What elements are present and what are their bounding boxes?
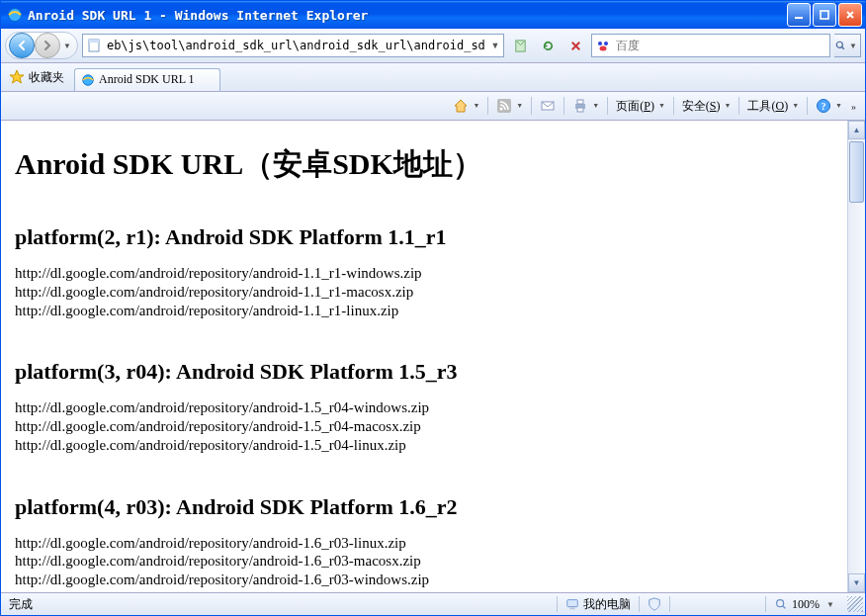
ie-window: Anroid SDK URL 1 - Windows Internet Expl…	[0, 0, 866, 616]
stop-button[interactable]	[563, 34, 587, 57]
zoom-icon	[774, 597, 788, 611]
maximize-button[interactable]	[813, 3, 836, 27]
svg-point-7	[604, 42, 608, 45]
download-url: http://dl.google.com/android/repository/…	[15, 283, 833, 302]
download-url: http://dl.google.com/android/repository/…	[15, 398, 833, 417]
separator	[807, 97, 808, 115]
scroll-up-button[interactable]: ▲	[848, 121, 865, 139]
content-viewport: Anroid SDK URL（安卓SDK地址） platform(2, r1):…	[1, 121, 865, 592]
help-button[interactable]: ?▼	[813, 93, 845, 119]
address-input[interactable]	[105, 38, 487, 53]
svg-rect-16	[577, 108, 583, 112]
nav-history-dropdown[interactable]: ▼	[60, 42, 74, 50]
svg-point-21	[777, 600, 784, 607]
svg-point-10	[83, 74, 94, 85]
separator	[531, 97, 532, 115]
tab-title: Anroid SDK URL 1	[99, 72, 195, 87]
scroll-thumb[interactable]	[849, 141, 864, 203]
resize-grip[interactable]	[847, 596, 863, 612]
star-icon	[9, 69, 25, 85]
separator	[738, 97, 739, 115]
svg-text:?: ?	[822, 101, 826, 112]
download-url: http://dl.google.com/android/repository/…	[15, 534, 833, 553]
svg-rect-15	[577, 100, 583, 104]
favorites-button[interactable]: 收藏夹	[5, 67, 68, 88]
window-title: Anroid SDK URL 1 - Windows Internet Expl…	[28, 8, 785, 23]
tab-current[interactable]: Anroid SDK URL 1	[74, 68, 220, 91]
menu-label: 页面(P)	[616, 98, 654, 115]
address-dropdown[interactable]: ▼	[487, 41, 503, 50]
navigation-bar: ▼ ▼ ▼	[1, 29, 865, 63]
readmail-button[interactable]	[537, 93, 559, 119]
svg-rect-4	[89, 40, 99, 43]
status-zone[interactable]: 我的电脑	[558, 593, 639, 615]
download-url: http://dl.google.com/android/repository/…	[15, 552, 833, 571]
separator	[563, 97, 564, 115]
minimize-button[interactable]	[787, 3, 811, 27]
vertical-scrollbar[interactable]: ▲ ▼	[847, 121, 865, 592]
address-bar[interactable]: ▼	[82, 34, 504, 57]
print-button[interactable]: ▼	[569, 93, 602, 119]
back-button[interactable]	[9, 33, 35, 58]
menu-label: 工具(O)	[747, 98, 788, 115]
status-bar: 完成 我的电脑 100% ▼	[1, 592, 865, 615]
status-extra	[670, 593, 765, 615]
download-url: http://dl.google.com/android/repository/…	[15, 436, 833, 455]
safety-menu[interactable]: 安全(S)▼	[679, 93, 735, 119]
tools-menu[interactable]: 工具(O)▼	[744, 93, 802, 119]
page-body[interactable]: Anroid SDK URL（安卓SDK地址） platform(2, r1):…	[1, 121, 847, 592]
search-input[interactable]	[614, 38, 829, 54]
page-menu[interactable]: 页面(P)▼	[613, 93, 668, 119]
separator	[607, 97, 608, 115]
svg-rect-1	[795, 17, 803, 19]
compat-view-button[interactable]	[508, 34, 532, 57]
download-url: http://dl.google.com/android/repository/…	[15, 571, 833, 589]
scroll-down-button[interactable]: ▼	[848, 573, 865, 592]
separator	[673, 97, 674, 115]
ie-logo-icon	[7, 7, 23, 23]
nav-history-group: ▼	[5, 32, 78, 59]
search-dropdown[interactable]: ▼	[846, 42, 860, 50]
search-go-button[interactable]: ▼	[834, 34, 861, 57]
section-heading: platform(2, r1): Android SDK Platform 1.…	[15, 224, 833, 250]
status-text: 完成	[1, 593, 41, 615]
zoom-control[interactable]: 100% ▼	[766, 593, 845, 615]
favorites-label: 收藏夹	[29, 69, 64, 86]
svg-point-8	[600, 46, 607, 51]
section-heading: platform(3, r04): Android SDK Platform 1…	[15, 359, 833, 385]
feeds-button[interactable]: ▼	[493, 93, 526, 119]
page-icon	[86, 38, 102, 53]
download-url: http://dl.google.com/android/repository/…	[15, 264, 833, 283]
refresh-button[interactable]	[536, 34, 560, 57]
baidu-icon	[595, 38, 611, 53]
home-button[interactable]: ▼	[450, 93, 482, 119]
svg-rect-2	[821, 11, 828, 19]
svg-rect-19	[567, 600, 578, 607]
titlebar[interactable]: Anroid SDK URL 1 - Windows Internet Expl…	[1, 1, 865, 29]
scroll-track[interactable]	[848, 139, 865, 573]
forward-button[interactable]	[35, 33, 60, 58]
download-url: http://dl.google.com/android/repository/…	[15, 302, 833, 320]
page-heading: Anroid SDK URL（安卓SDK地址）	[15, 144, 833, 185]
close-button[interactable]	[838, 3, 862, 27]
section-heading: platform(4, r03): Android SDK Platform 1…	[15, 494, 833, 520]
tab-page-icon	[81, 73, 95, 87]
status-protected[interactable]	[640, 593, 669, 615]
overflow-chevron[interactable]: »	[848, 101, 859, 112]
zoom-dropdown[interactable]: ▼	[823, 600, 837, 609]
menu-label: 安全(S)	[682, 98, 721, 115]
svg-point-6	[598, 42, 602, 45]
svg-rect-20	[569, 608, 574, 610]
search-box[interactable]	[591, 34, 830, 57]
svg-point-12	[500, 107, 503, 110]
download-url: http://dl.google.com/android/repository/…	[15, 417, 833, 436]
shield-icon	[648, 597, 661, 611]
favorites-bar: 收藏夹 Anroid SDK URL 1	[1, 63, 865, 92]
computer-icon	[565, 597, 579, 611]
svg-point-9	[836, 42, 842, 47]
command-bar: ▼ ▼ ▼ 页面(P)▼ 安全(S)▼ 工具(O)▼ ?▼ »	[1, 92, 865, 121]
separator	[487, 97, 488, 115]
